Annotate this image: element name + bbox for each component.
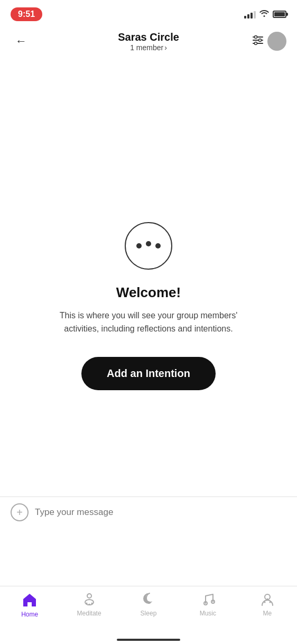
nav-label-me: Me bbox=[263, 610, 272, 617]
nav-item-home[interactable]: Home bbox=[11, 592, 48, 618]
group-icon bbox=[125, 222, 172, 270]
svg-point-10 bbox=[91, 603, 92, 604]
signal-bars-icon bbox=[244, 10, 256, 19]
signal-bar-3 bbox=[250, 13, 253, 19]
svg-point-6 bbox=[87, 594, 91, 598]
battery-icon bbox=[273, 11, 286, 18]
nav-label-sleep: Sleep bbox=[141, 610, 157, 617]
nav-label-music: Music bbox=[200, 610, 216, 617]
content-area: Welcome! This is where you will see your… bbox=[0, 26, 297, 586]
message-bar: + bbox=[0, 496, 297, 528]
home-icon bbox=[21, 592, 38, 609]
nav-label-home: Home bbox=[21, 611, 38, 618]
nav-item-me[interactable]: Me bbox=[249, 592, 286, 617]
signal-bar-4 bbox=[254, 11, 256, 19]
dot-1 bbox=[136, 243, 142, 249]
svg-point-9 bbox=[88, 604, 90, 605]
signal-bar-2 bbox=[247, 14, 249, 19]
dot-2 bbox=[146, 241, 151, 246]
svg-point-16 bbox=[264, 602, 265, 603]
svg-point-14 bbox=[269, 602, 271, 603]
status-bar: 9:51 bbox=[0, 0, 297, 26]
svg-point-15 bbox=[266, 599, 268, 600]
add-intention-button[interactable]: Add an Intention bbox=[81, 357, 216, 390]
plus-icon: + bbox=[16, 507, 23, 518]
dot-3 bbox=[155, 243, 161, 249]
svg-point-8 bbox=[86, 603, 87, 604]
signal-bar-1 bbox=[244, 16, 246, 19]
nav-item-meditate[interactable]: Meditate bbox=[71, 592, 108, 617]
status-icons bbox=[244, 9, 286, 20]
welcome-description: This is where you will see your group me… bbox=[59, 309, 238, 336]
battery-fill bbox=[274, 12, 285, 16]
nav-item-music[interactable]: Music bbox=[189, 592, 226, 617]
message-input[interactable] bbox=[35, 507, 286, 518]
sleep-icon bbox=[141, 592, 156, 608]
wifi-icon bbox=[259, 9, 270, 20]
nav-item-sleep[interactable]: Sleep bbox=[130, 592, 167, 617]
add-attachment-button[interactable]: + bbox=[11, 503, 29, 521]
music-icon bbox=[200, 592, 215, 608]
status-time: 9:51 bbox=[11, 7, 42, 21]
welcome-title: Welcome! bbox=[116, 284, 181, 301]
bottom-nav: Home Meditate Sleep Music bbox=[0, 586, 297, 644]
meditate-icon bbox=[81, 592, 97, 608]
home-indicator bbox=[117, 639, 180, 641]
dots-icon bbox=[136, 241, 161, 251]
me-icon bbox=[259, 592, 275, 608]
nav-label-meditate: Meditate bbox=[77, 610, 101, 617]
